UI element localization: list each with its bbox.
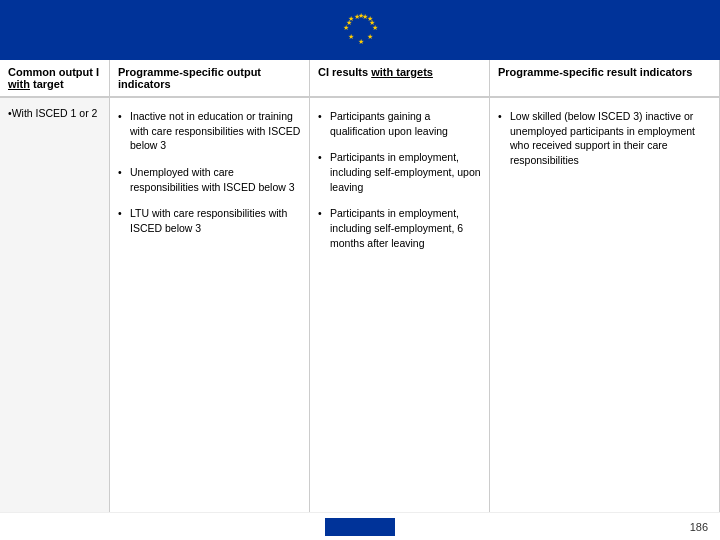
- col3-body: Participants gaining a qualification upo…: [310, 98, 490, 512]
- list-item: Low skilled (below ISCED 3) inactive or …: [498, 106, 711, 171]
- page-wrapper: ★ ★ ★ ★ ★ ★ ★ ★ ★ ★ ★ ★: [0, 0, 720, 540]
- table-header-row: Common output I with target Programme-sp…: [0, 60, 720, 98]
- svg-text:★: ★: [357, 38, 363, 45]
- list-item: Unemployed with care responsibilities wi…: [118, 162, 301, 197]
- col1-body: •With ISCED 1 or 2: [0, 98, 110, 512]
- col2-header: Programme-specific output indicators: [110, 60, 310, 97]
- svg-text:★: ★: [353, 13, 359, 20]
- table-body-row: •With ISCED 1 or 2 Inactive not in educa…: [0, 98, 720, 512]
- col3-list: Participants gaining a qualification upo…: [318, 106, 481, 254]
- list-item: Participants gaining a qualification upo…: [318, 106, 481, 141]
- col4-header: Programme-specific result indicators: [490, 60, 720, 97]
- col1-header: Common output I with target: [0, 60, 110, 97]
- svg-text:★: ★: [369, 19, 375, 26]
- table: Common output I with target Programme-sp…: [0, 60, 720, 512]
- svg-text:★: ★: [348, 33, 354, 40]
- col3-header: CI results with targets: [310, 60, 490, 97]
- list-item: Inactive not in education or training wi…: [118, 106, 301, 156]
- list-item: LTU with care responsibilities with ISCE…: [118, 203, 301, 238]
- main-content: Common output I with target Programme-sp…: [0, 60, 720, 512]
- page-header: ★ ★ ★ ★ ★ ★ ★ ★ ★ ★ ★ ★: [0, 0, 720, 60]
- svg-text:★: ★: [361, 13, 367, 20]
- col4-body: Low skilled (below ISCED 3) inactive or …: [490, 98, 720, 512]
- footer-blue-block: [325, 518, 395, 536]
- list-item: Participants in employment, including se…: [318, 203, 481, 253]
- col2-list: Inactive not in education or training wi…: [118, 106, 301, 239]
- svg-text:★: ★: [367, 33, 373, 40]
- footer: 186: [0, 512, 720, 540]
- eu-logo: ★ ★ ★ ★ ★ ★ ★ ★ ★ ★ ★ ★: [325, 8, 395, 53]
- col2-body: Inactive not in education or training wi…: [110, 98, 310, 512]
- list-item: Participants in employment, including se…: [318, 147, 481, 197]
- page-number: 186: [690, 521, 708, 533]
- col4-list: Low skilled (below ISCED 3) inactive or …: [498, 106, 711, 171]
- svg-text:★: ★: [346, 19, 352, 26]
